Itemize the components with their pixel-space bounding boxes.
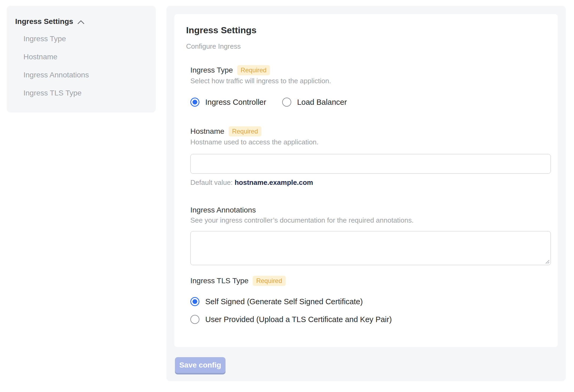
save-config-button[interactable]: Save config: [175, 357, 225, 373]
main-panel: Ingress Settings Configure Ingress Ingre…: [166, 6, 566, 381]
sidebar-section-ingress-settings[interactable]: Ingress Settings: [15, 17, 147, 26]
chevron-up-icon: [77, 20, 84, 24]
ingress-annotations-label-row: Ingress Annotations: [190, 206, 551, 215]
radio-load-balancer-label: Load Balancer: [297, 98, 347, 107]
radio-unselected-icon[interactable]: [190, 315, 199, 324]
radio-ingress-controller-label: Ingress Controller: [205, 98, 266, 107]
sidebar: Ingress Settings Ingress Type Hostname I…: [7, 6, 156, 112]
ingress-annotations-label: Ingress Annotations: [190, 206, 256, 215]
hostname-label-row: Hostname Required: [190, 126, 551, 136]
sidebar-item-ingress-tls-type[interactable]: Ingress TLS Type: [23, 89, 147, 97]
hostname-label: Hostname: [190, 127, 224, 136]
default-value-text: hostname.example.com: [235, 178, 313, 186]
page-subtitle: Configure Ingress: [186, 42, 551, 50]
ingress-type-label-row: Ingress Type Required: [190, 65, 551, 75]
radio-user-provided[interactable]: User Provided (Upload a TLS Certificate …: [190, 315, 551, 324]
ingress-tls-type-label: Ingress TLS Type: [190, 276, 248, 285]
sidebar-item-ingress-type[interactable]: Ingress Type: [23, 35, 147, 43]
sidebar-section-label: Ingress Settings: [15, 17, 73, 26]
ingress-annotations-field: [190, 231, 551, 265]
radio-load-balancer[interactable]: Load Balancer: [282, 98, 347, 107]
required-badge: Required: [253, 276, 285, 286]
radio-self-signed[interactable]: Self Signed (Generate Self Signed Certif…: [190, 297, 551, 306]
hostname-default-hint: Default value: hostname.example.com: [190, 178, 551, 186]
ingress-type-label: Ingress Type: [190, 66, 233, 75]
required-badge: Required: [237, 65, 270, 75]
sidebar-item-list: Ingress Type Hostname Ingress Annotation…: [23, 35, 147, 97]
hostname-description: Hostname used to access the application.: [190, 138, 551, 146]
radio-ingress-controller[interactable]: Ingress Controller: [190, 98, 266, 107]
sidebar-item-ingress-annotations[interactable]: Ingress Annotations: [23, 71, 147, 79]
ingress-type-description: Select how traffic will ingress to the a…: [190, 77, 551, 85]
radio-selected-icon[interactable]: [190, 98, 199, 107]
default-value-prefix: Default value:: [190, 178, 235, 186]
ingress-annotations-textarea[interactable]: [190, 231, 551, 265]
form-fields: Ingress Type Required Select how traffic…: [190, 65, 551, 324]
ingress-type-radio-group: Ingress Controller Load Balancer: [190, 98, 551, 107]
hostname-input[interactable]: [190, 154, 551, 174]
radio-user-provided-label: User Provided (Upload a TLS Certificate …: [205, 315, 392, 324]
required-badge: Required: [229, 126, 261, 136]
ingress-tls-type-label-row: Ingress TLS Type Required: [190, 276, 551, 286]
radio-selected-icon[interactable]: [190, 297, 199, 306]
ingress-annotations-description: See your ingress controller’s documentat…: [190, 216, 551, 224]
page-title: Ingress Settings: [186, 25, 551, 35]
radio-self-signed-label: Self Signed (Generate Self Signed Certif…: [205, 297, 363, 306]
ingress-settings-card: Ingress Settings Configure Ingress Ingre…: [174, 14, 558, 347]
sidebar-item-hostname[interactable]: Hostname: [23, 53, 147, 61]
resize-handle-icon[interactable]: [545, 259, 550, 264]
radio-unselected-icon[interactable]: [282, 98, 291, 107]
